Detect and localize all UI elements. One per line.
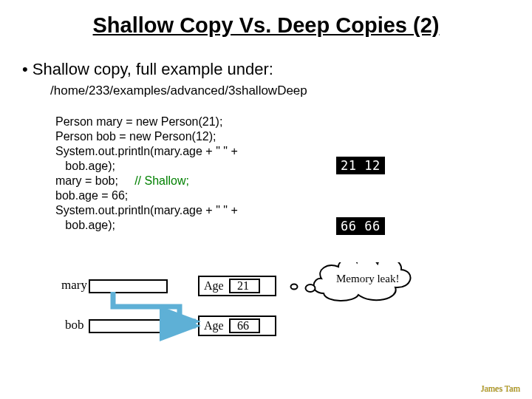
code-comment: // Shallow;	[134, 174, 189, 187]
code-line: mary = bob;	[55, 174, 134, 187]
svg-rect-1	[89, 320, 167, 332]
code-line: System.out.println(mary.age + " " +	[55, 145, 238, 157]
page-title: Shallow Copy Vs. Deep Copies (2)	[0, 13, 532, 38]
bullet-text: • Shallow copy, full example under:	[22, 60, 532, 79]
var-label-mary: mary	[61, 278, 87, 292]
svg-point-7	[291, 284, 298, 290]
field-label: Age	[204, 319, 224, 332]
console-output-2: 66 66	[336, 217, 385, 235]
svg-point-6	[306, 284, 316, 292]
code-line: bob.age);	[55, 219, 115, 231]
code-line: bob.age = 66;	[55, 189, 128, 202]
memory-leak-cloud: Memory leak!	[291, 262, 411, 301]
code-line: Person mary = new Person(21);	[55, 115, 222, 128]
svg-rect-0	[89, 280, 167, 293]
example-path: /home/233/examples/advanced/3shallowDeep	[50, 83, 532, 98]
code-line: System.out.println(mary.age + " " +	[55, 204, 238, 216]
memory-leak-label: Memory leak!	[336, 273, 399, 284]
field-value-2: 66	[237, 319, 249, 332]
field-value-1: 21	[237, 279, 249, 292]
footer-credit: James Tam	[481, 383, 520, 395]
var-label-bob: bob	[65, 318, 84, 332]
field-label: Age	[204, 279, 224, 293]
code-line: bob.age);	[55, 160, 115, 172]
code-line: Person bob = new Person(12);	[55, 130, 216, 143]
code-block: Person mary = new Person(21); Person bob…	[55, 115, 532, 233]
diagram: mary bob Age 21 Age 66 Memory leak!	[61, 262, 475, 373]
console-output-1: 21 12	[336, 157, 385, 174]
